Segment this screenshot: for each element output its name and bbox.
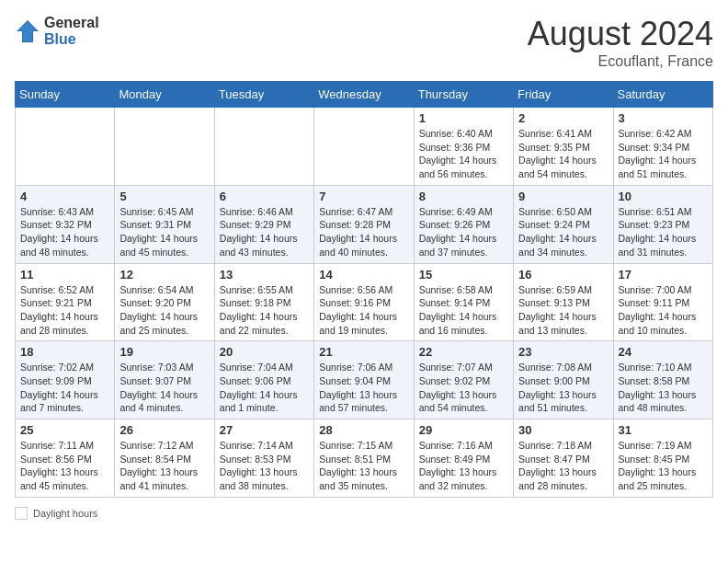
- calendar-day-header: Friday: [514, 82, 613, 108]
- day-number: 16: [518, 268, 608, 282]
- calendar-cell: 1Sunrise: 6:40 AM Sunset: 9:36 PM Daylig…: [414, 108, 513, 186]
- day-info: Sunrise: 7:15 AM Sunset: 8:51 PM Dayligh…: [319, 439, 408, 493]
- calendar-cell: 22Sunrise: 7:07 AM Sunset: 9:02 PM Dayli…: [414, 341, 513, 419]
- day-info: Sunrise: 7:08 AM Sunset: 9:00 PM Dayligh…: [518, 361, 608, 415]
- calendar-cell: 23Sunrise: 7:08 AM Sunset: 9:00 PM Dayli…: [514, 341, 613, 419]
- title-block: August 2024 Ecouflant, France: [528, 15, 713, 70]
- logo-blue: Blue: [44, 31, 99, 48]
- day-number: 6: [220, 190, 309, 203]
- calendar-cell: 17Sunrise: 7:00 AM Sunset: 9:11 PM Dayli…: [613, 263, 712, 341]
- page-header: General Blue August 2024 Ecouflant, Fran…: [15, 15, 713, 70]
- footer: Daylight hours: [15, 507, 713, 520]
- day-info: Sunrise: 6:42 AM Sunset: 9:34 PM Dayligh…: [619, 127, 708, 181]
- day-number: 1: [419, 111, 508, 125]
- day-info: Sunrise: 6:52 AM Sunset: 9:21 PM Dayligh…: [20, 283, 109, 338]
- logo-text: General Blue: [44, 15, 99, 48]
- calendar-day-header: Thursday: [414, 82, 513, 108]
- calendar-week-row: 25Sunrise: 7:11 AM Sunset: 8:56 PM Dayli…: [16, 419, 713, 498]
- calendar-cell: 14Sunrise: 6:56 AM Sunset: 9:16 PM Dayli…: [314, 263, 414, 341]
- calendar-cell: 24Sunrise: 7:10 AM Sunset: 8:58 PM Dayli…: [613, 341, 712, 419]
- calendar-week-row: 18Sunrise: 7:02 AM Sunset: 9:09 PM Dayli…: [16, 341, 713, 419]
- calendar-cell: 8Sunrise: 6:49 AM Sunset: 9:26 PM Daylig…: [414, 185, 513, 263]
- day-info: Sunrise: 6:51 AM Sunset: 9:23 PM Dayligh…: [619, 205, 708, 259]
- calendar-cell: 31Sunrise: 7:19 AM Sunset: 8:45 PM Dayli…: [613, 419, 712, 498]
- calendar-cell: 26Sunrise: 7:12 AM Sunset: 8:54 PM Dayli…: [115, 419, 214, 498]
- day-info: Sunrise: 7:02 AM Sunset: 9:09 PM Dayligh…: [20, 361, 109, 415]
- calendar-cell: [16, 108, 115, 186]
- calendar-cell: [115, 108, 214, 186]
- calendar-cell: 11Sunrise: 6:52 AM Sunset: 9:21 PM Dayli…: [16, 263, 115, 341]
- calendar-day-header: Saturday: [613, 82, 712, 108]
- day-info: Sunrise: 6:59 AM Sunset: 9:13 PM Dayligh…: [518, 283, 608, 338]
- day-info: Sunrise: 6:58 AM Sunset: 9:14 PM Dayligh…: [419, 283, 508, 338]
- day-info: Sunrise: 6:50 AM Sunset: 9:24 PM Dayligh…: [518, 205, 608, 259]
- calendar-cell: 28Sunrise: 7:15 AM Sunset: 8:51 PM Dayli…: [314, 419, 414, 498]
- day-info: Sunrise: 7:00 AM Sunset: 9:11 PM Dayligh…: [619, 283, 708, 338]
- calendar-cell: 29Sunrise: 7:16 AM Sunset: 8:49 PM Dayli…: [414, 419, 513, 498]
- day-info: Sunrise: 7:07 AM Sunset: 9:02 PM Dayligh…: [419, 361, 508, 415]
- day-info: Sunrise: 7:04 AM Sunset: 9:06 PM Dayligh…: [220, 361, 309, 415]
- calendar-cell: 25Sunrise: 7:11 AM Sunset: 8:56 PM Dayli…: [16, 419, 115, 498]
- calendar-week-row: 1Sunrise: 6:40 AM Sunset: 9:36 PM Daylig…: [16, 108, 713, 186]
- day-info: Sunrise: 6:47 AM Sunset: 9:28 PM Dayligh…: [319, 205, 408, 259]
- day-number: 27: [220, 423, 309, 437]
- calendar-cell: 6Sunrise: 6:46 AM Sunset: 9:29 PM Daylig…: [214, 185, 313, 263]
- day-info: Sunrise: 7:14 AM Sunset: 8:53 PM Dayligh…: [220, 439, 309, 493]
- day-info: Sunrise: 6:55 AM Sunset: 9:18 PM Dayligh…: [220, 283, 309, 338]
- day-number: 14: [319, 268, 408, 282]
- day-number: 31: [619, 423, 708, 437]
- calendar-cell: 9Sunrise: 6:50 AM Sunset: 9:24 PM Daylig…: [514, 185, 613, 263]
- day-info: Sunrise: 6:40 AM Sunset: 9:36 PM Dayligh…: [419, 127, 508, 181]
- calendar-cell: [214, 108, 313, 186]
- day-number: 12: [119, 268, 209, 282]
- calendar-cell: 18Sunrise: 7:02 AM Sunset: 9:09 PM Dayli…: [16, 341, 115, 419]
- day-number: 2: [518, 111, 608, 125]
- calendar-cell: 5Sunrise: 6:45 AM Sunset: 9:31 PM Daylig…: [115, 185, 214, 263]
- calendar-cell: 15Sunrise: 6:58 AM Sunset: 9:14 PM Dayli…: [414, 263, 513, 341]
- day-info: Sunrise: 6:49 AM Sunset: 9:26 PM Dayligh…: [419, 205, 508, 259]
- calendar-cell: 10Sunrise: 6:51 AM Sunset: 9:23 PM Dayli…: [613, 185, 712, 263]
- day-number: 23: [518, 345, 608, 359]
- calendar-table: SundayMondayTuesdayWednesdayThursdayFrid…: [15, 81, 713, 498]
- logo-icon: [15, 18, 40, 44]
- calendar-cell: 30Sunrise: 7:18 AM Sunset: 8:47 PM Dayli…: [514, 419, 613, 498]
- day-number: 8: [419, 190, 508, 203]
- day-number: 15: [419, 268, 508, 282]
- calendar-cell: 4Sunrise: 6:43 AM Sunset: 9:32 PM Daylig…: [16, 185, 115, 263]
- calendar-day-header: Tuesday: [214, 82, 313, 108]
- day-number: 28: [319, 423, 408, 437]
- calendar-cell: 3Sunrise: 6:42 AM Sunset: 9:34 PM Daylig…: [613, 108, 712, 186]
- calendar-cell: 7Sunrise: 6:47 AM Sunset: 9:28 PM Daylig…: [314, 185, 414, 263]
- day-info: Sunrise: 7:18 AM Sunset: 8:47 PM Dayligh…: [518, 439, 608, 493]
- day-number: 18: [20, 345, 109, 359]
- calendar-cell: 13Sunrise: 6:55 AM Sunset: 9:18 PM Dayli…: [214, 263, 313, 341]
- calendar-day-header: Wednesday: [314, 82, 414, 108]
- day-info: Sunrise: 7:11 AM Sunset: 8:56 PM Dayligh…: [20, 439, 109, 493]
- day-number: 3: [619, 111, 708, 125]
- day-info: Sunrise: 6:56 AM Sunset: 9:16 PM Dayligh…: [319, 283, 408, 338]
- day-number: 11: [20, 268, 109, 282]
- day-info: Sunrise: 7:19 AM Sunset: 8:45 PM Dayligh…: [619, 439, 708, 493]
- day-number: 21: [319, 345, 408, 359]
- day-number: 9: [518, 190, 608, 203]
- day-number: 26: [119, 423, 209, 437]
- day-info: Sunrise: 7:16 AM Sunset: 8:49 PM Dayligh…: [419, 439, 508, 493]
- day-info: Sunrise: 6:43 AM Sunset: 9:32 PM Dayligh…: [20, 205, 109, 259]
- day-number: 13: [220, 268, 309, 282]
- svg-marker-1: [18, 22, 37, 41]
- calendar-cell: 12Sunrise: 6:54 AM Sunset: 9:20 PM Dayli…: [115, 263, 214, 341]
- logo: General Blue: [15, 15, 99, 48]
- calendar-week-row: 4Sunrise: 6:43 AM Sunset: 9:32 PM Daylig…: [16, 185, 713, 263]
- calendar-cell: 21Sunrise: 7:06 AM Sunset: 9:04 PM Dayli…: [314, 341, 414, 419]
- calendar-header-row: SundayMondayTuesdayWednesdayThursdayFrid…: [16, 82, 713, 108]
- day-number: 17: [619, 268, 708, 282]
- day-number: 4: [20, 190, 109, 203]
- day-number: 10: [619, 190, 708, 203]
- day-number: 24: [619, 345, 708, 359]
- day-number: 5: [119, 190, 209, 203]
- day-info: Sunrise: 6:41 AM Sunset: 9:35 PM Dayligh…: [518, 127, 608, 181]
- calendar-day-header: Monday: [115, 82, 214, 108]
- day-info: Sunrise: 6:45 AM Sunset: 9:31 PM Dayligh…: [119, 205, 209, 259]
- day-number: 20: [220, 345, 309, 359]
- calendar-cell: 2Sunrise: 6:41 AM Sunset: 9:35 PM Daylig…: [514, 108, 613, 186]
